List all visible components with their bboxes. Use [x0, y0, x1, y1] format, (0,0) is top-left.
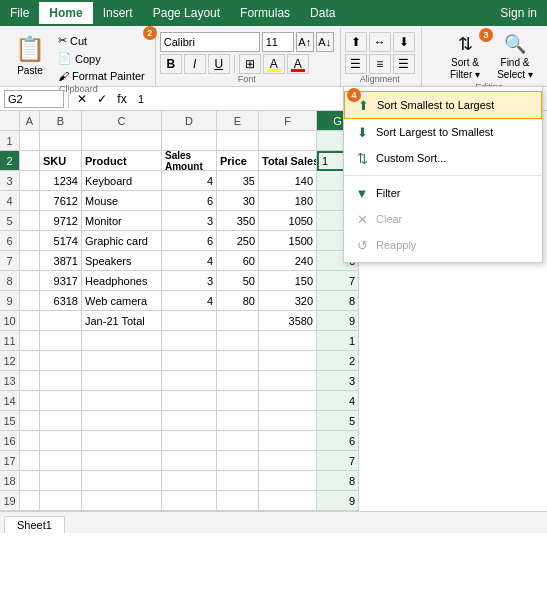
- cell-b3[interactable]: 1234: [40, 171, 82, 191]
- font-size-input[interactable]: [262, 32, 294, 52]
- bold-button[interactable]: B: [160, 54, 182, 74]
- cell-f2[interactable]: Total Sales: [259, 151, 317, 171]
- border-button[interactable]: ⊞: [239, 54, 261, 74]
- cell-d9[interactable]: 4: [162, 291, 217, 311]
- find-select-button[interactable]: 🔍 Find &Select ▾: [493, 32, 537, 82]
- cell-c2[interactable]: Product: [82, 151, 162, 171]
- row-header-8[interactable]: 8: [0, 271, 20, 291]
- cell-e10[interactable]: [217, 311, 259, 331]
- cell-b4[interactable]: 7612: [40, 191, 82, 211]
- cell-c3[interactable]: Keyboard: [82, 171, 162, 191]
- cell-a3[interactable]: [20, 171, 40, 191]
- cell-a2[interactable]: [20, 151, 40, 171]
- cell-c4[interactable]: Mouse: [82, 191, 162, 211]
- cell-e4[interactable]: 30: [217, 191, 259, 211]
- cell-c7[interactable]: Speakers: [82, 251, 162, 271]
- row-header-3[interactable]: 3: [0, 171, 20, 191]
- cell-b5[interactable]: 9712: [40, 211, 82, 231]
- col-header-b[interactable]: B: [40, 111, 82, 131]
- cell-d7[interactable]: 4: [162, 251, 217, 271]
- col-header-f[interactable]: F: [259, 111, 317, 131]
- cell-a6[interactable]: [20, 231, 40, 251]
- row-header-10[interactable]: 10: [0, 311, 20, 331]
- cell-f3[interactable]: 140: [259, 171, 317, 191]
- cell-f4[interactable]: 180: [259, 191, 317, 211]
- cell-d6[interactable]: 6: [162, 231, 217, 251]
- cell-g9[interactable]: 8: [317, 291, 359, 311]
- cell-a8[interactable]: [20, 271, 40, 291]
- cell-b6[interactable]: 5174: [40, 231, 82, 251]
- cell-c10[interactable]: Jan-21 Total: [82, 311, 162, 331]
- menu-page-layout[interactable]: Page Layout: [143, 2, 230, 24]
- cell-b10[interactable]: [40, 311, 82, 331]
- cell-e6[interactable]: 250: [217, 231, 259, 251]
- cell-f5[interactable]: 1050: [259, 211, 317, 231]
- align-right[interactable]: ☰: [393, 54, 415, 74]
- cell-e3[interactable]: 35: [217, 171, 259, 191]
- font-size-increase[interactable]: A↑: [296, 32, 314, 52]
- cell-a4[interactable]: [20, 191, 40, 211]
- cell-e5[interactable]: 350: [217, 211, 259, 231]
- cell-e8[interactable]: 50: [217, 271, 259, 291]
- font-name-input[interactable]: [160, 32, 260, 52]
- cell-e9[interactable]: 80: [217, 291, 259, 311]
- cell-a9[interactable]: [20, 291, 40, 311]
- align-bottom[interactable]: ⬇: [393, 32, 415, 52]
- cell-d10[interactable]: [162, 311, 217, 331]
- align-center[interactable]: ≡: [369, 54, 391, 74]
- cell-a10[interactable]: [20, 311, 40, 331]
- sheet-tab-1[interactable]: Sheet1: [4, 516, 65, 533]
- cell-b8[interactable]: 9317: [40, 271, 82, 291]
- cell-g10[interactable]: 9: [317, 311, 359, 331]
- font-color-button[interactable]: A: [287, 54, 309, 74]
- underline-button[interactable]: U: [208, 54, 230, 74]
- cell-b7[interactable]: 3871: [40, 251, 82, 271]
- row-header-1[interactable]: 1: [0, 131, 20, 151]
- cell-a1[interactable]: [20, 131, 40, 151]
- cell-a5[interactable]: [20, 211, 40, 231]
- menu-insert[interactable]: Insert: [93, 2, 143, 24]
- align-left[interactable]: ☰: [345, 54, 367, 74]
- cell-a7[interactable]: [20, 251, 40, 271]
- cell-d3[interactable]: 4: [162, 171, 217, 191]
- paste-button[interactable]: 📋 Paste: [8, 30, 52, 80]
- menu-signin[interactable]: Sign in: [490, 2, 547, 24]
- cell-d1[interactable]: [162, 131, 217, 151]
- col-header-a[interactable]: A: [20, 111, 40, 131]
- cell-d2[interactable]: SalesAmount: [162, 151, 217, 171]
- cell-f1[interactable]: [259, 131, 317, 151]
- cell-g8[interactable]: 7: [317, 271, 359, 291]
- row-header-6[interactable]: 6: [0, 231, 20, 251]
- cell-c8[interactable]: Headphones: [82, 271, 162, 291]
- menu-file[interactable]: File: [0, 2, 39, 24]
- row-header-5[interactable]: 5: [0, 211, 20, 231]
- font-size-decrease[interactable]: A↓: [316, 32, 334, 52]
- col-header-e[interactable]: E: [217, 111, 259, 131]
- cell-e7[interactable]: 60: [217, 251, 259, 271]
- sort-filter-button[interactable]: ⇅ Sort &Filter ▾ 3: [441, 32, 489, 82]
- cell-f10[interactable]: 3580: [259, 311, 317, 331]
- cell-c5[interactable]: Monitor: [82, 211, 162, 231]
- cell-b1[interactable]: [40, 131, 82, 151]
- sort-desc-item[interactable]: ⬇ Sort Largest to Smallest: [344, 119, 542, 145]
- row-header-9[interactable]: 9: [0, 291, 20, 311]
- insert-function-icon[interactable]: fx: [113, 90, 131, 108]
- cell-e1[interactable]: [217, 131, 259, 151]
- menu-formulas[interactable]: Formulas: [230, 2, 300, 24]
- cell-f9[interactable]: 320: [259, 291, 317, 311]
- row-header-2[interactable]: 2: [0, 151, 20, 171]
- cell-d4[interactable]: 6: [162, 191, 217, 211]
- cell-b2[interactable]: SKU: [40, 151, 82, 171]
- cell-c9[interactable]: Web camera: [82, 291, 162, 311]
- menu-home[interactable]: Home: [39, 2, 92, 24]
- cell-e2[interactable]: Price: [217, 151, 259, 171]
- fill-color-button[interactable]: A: [263, 54, 285, 74]
- cancel-formula-icon[interactable]: ✕: [73, 90, 91, 108]
- cell-d8[interactable]: 3: [162, 271, 217, 291]
- cell-f7[interactable]: 240: [259, 251, 317, 271]
- cell-b9[interactable]: 6318: [40, 291, 82, 311]
- italic-button[interactable]: I: [184, 54, 206, 74]
- col-header-c[interactable]: C: [82, 111, 162, 131]
- cell-c1[interactable]: [82, 131, 162, 151]
- col-header-d[interactable]: D: [162, 111, 217, 131]
